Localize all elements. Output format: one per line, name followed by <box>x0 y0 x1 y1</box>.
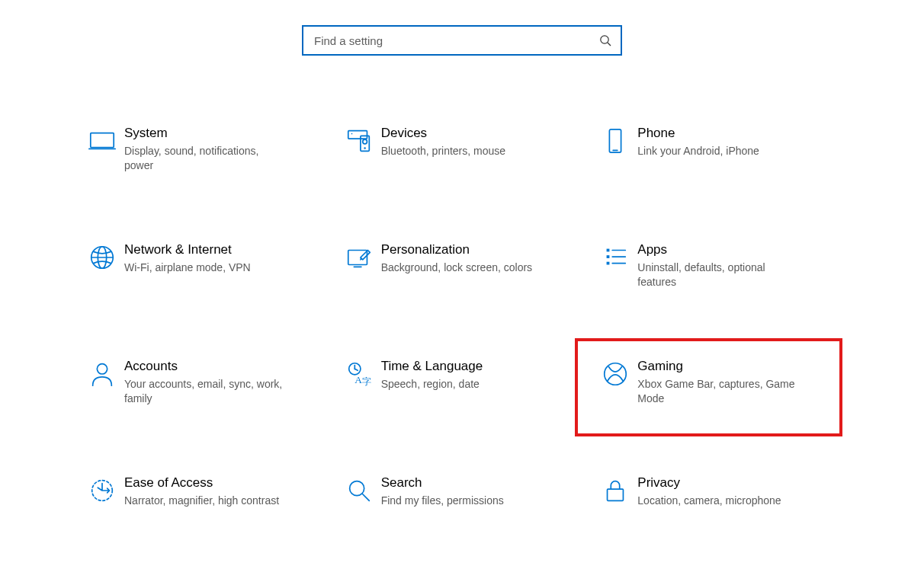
svg-line-31 <box>362 494 369 500</box>
tile-desc: Background, lock screen, colors <box>381 261 532 275</box>
globe-icon <box>80 240 124 272</box>
tile-search[interactable]: Search Find my files, permissions <box>334 470 591 511</box>
tile-desc: Xbox Game Bar, captures, Game Mode <box>637 377 801 406</box>
svg-text:A: A <box>355 374 362 385</box>
tile-title: Privacy <box>637 475 781 491</box>
privacy-icon <box>593 473 637 505</box>
tile-title: Search <box>381 475 504 491</box>
tile-phone[interactable]: Phone Link your Android, iPhone <box>590 120 847 176</box>
svg-rect-18 <box>607 262 610 265</box>
tile-gaming[interactable]: Gaming Xbox Game Bar, captures, Game Mod… <box>590 353 847 409</box>
search-input[interactable] <box>314 34 599 47</box>
svg-line-1 <box>608 43 611 46</box>
tile-title: Apps <box>637 241 801 258</box>
tile-desc: Location, camera, microphone <box>637 494 781 508</box>
tile-desc: Link your Android, iPhone <box>637 144 759 158</box>
svg-rect-9 <box>610 129 621 152</box>
search-box[interactable] <box>302 25 622 56</box>
svg-point-30 <box>349 481 364 495</box>
svg-point-22 <box>97 363 107 373</box>
tile-system[interactable]: System Display, sound, notifications, po… <box>77 120 334 176</box>
tile-title: Network & Internet <box>124 241 251 258</box>
apps-icon <box>593 240 637 272</box>
tile-ease-of-access[interactable]: Ease of Access Narrator, magnifier, high… <box>77 470 334 511</box>
tile-desc: Uninstall, defaults, optional features <box>637 261 801 289</box>
tile-desc: Your accounts, email, sync, work, family <box>124 377 288 406</box>
tile-time-language[interactable]: A 字 Time & Language Speech, region, date <box>334 353 591 409</box>
tile-network[interactable]: Network & Internet Wi-Fi, airplane mode,… <box>77 237 334 292</box>
tile-desc: Wi-Fi, airplane mode, VPN <box>124 261 251 275</box>
tile-accounts[interactable]: Accounts Your accounts, email, sync, wor… <box>77 353 334 409</box>
svg-line-25 <box>355 369 358 370</box>
tile-devices[interactable]: Devices Bluetooth, printers, mouse <box>334 120 591 176</box>
accounts-icon <box>80 356 124 388</box>
tile-apps[interactable]: Apps Uninstall, defaults, optional featu… <box>590 237 847 292</box>
tile-title: Personalization <box>381 241 532 258</box>
svg-rect-16 <box>607 248 610 251</box>
tile-desc: Narrator, magnifier, high contrast <box>124 494 279 508</box>
tile-title: System <box>124 125 288 142</box>
svg-rect-2 <box>91 133 114 148</box>
tile-title: Time & Language <box>381 358 483 375</box>
svg-point-7 <box>364 147 365 149</box>
system-icon <box>80 123 124 155</box>
devices-icon <box>337 123 381 155</box>
tile-desc: Find my files, permissions <box>381 494 504 508</box>
tile-privacy[interactable]: Privacy Location, camera, microphone <box>590 470 847 511</box>
tile-personalization[interactable]: Personalization Background, lock screen,… <box>334 237 591 292</box>
svg-rect-4 <box>348 131 367 139</box>
personalization-icon <box>337 240 381 272</box>
tile-title: Gaming <box>637 358 801 375</box>
gaming-icon <box>593 356 637 388</box>
svg-text:字: 字 <box>361 376 371 387</box>
tile-title: Ease of Access <box>124 475 279 491</box>
phone-icon <box>593 123 637 155</box>
ease-of-access-icon <box>80 473 124 505</box>
svg-point-8 <box>362 139 367 144</box>
search-cat-icon <box>337 473 381 505</box>
search-icon <box>599 34 611 46</box>
tile-desc: Speech, region, date <box>381 377 483 392</box>
tile-title: Devices <box>381 125 505 142</box>
tile-desc: Display, sound, notifications, power <box>124 144 288 173</box>
tile-title: Accounts <box>124 358 288 375</box>
time-language-icon: A 字 <box>337 356 381 388</box>
svg-rect-17 <box>607 255 610 258</box>
tile-desc: Bluetooth, printers, mouse <box>381 144 505 158</box>
svg-rect-32 <box>608 489 624 500</box>
settings-grid: System Display, sound, notifications, po… <box>77 120 847 569</box>
tile-title: Phone <box>637 125 759 142</box>
svg-point-0 <box>601 36 608 43</box>
